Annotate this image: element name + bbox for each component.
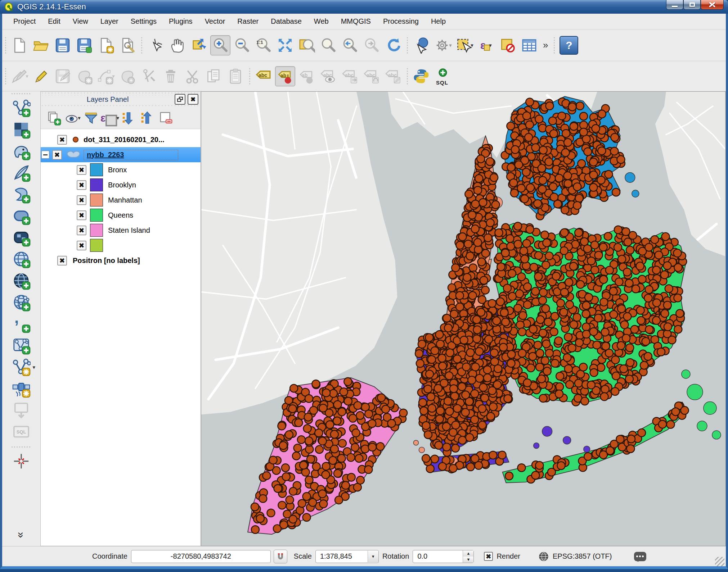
dropdown-caret-icon[interactable]: ▾ bbox=[112, 73, 115, 80]
toolbar-drag-handle[interactable] bbox=[11, 446, 32, 449]
cad-tools-button[interactable] bbox=[10, 450, 32, 472]
node-tool[interactable] bbox=[139, 66, 159, 86]
zoom-full-extent-tool[interactable] bbox=[275, 35, 295, 55]
legend-label[interactable]: Manhattan bbox=[108, 196, 142, 204]
layers-panel-header[interactable]: Layers Panel ✖ bbox=[41, 92, 201, 107]
toolbar-drag-handle[interactable] bbox=[11, 93, 32, 96]
legend-checkbox[interactable]: ✖ bbox=[77, 195, 86, 205]
add-mssql-layer-button[interactable] bbox=[10, 183, 32, 205]
panel-float-button[interactable] bbox=[175, 94, 185, 105]
messages-button[interactable] bbox=[634, 552, 646, 561]
save-layer-edits-button[interactable] bbox=[53, 66, 73, 86]
menu-database[interactable]: Database bbox=[265, 15, 308, 28]
zoom-to-selection-tool[interactable] bbox=[318, 35, 338, 55]
add-wms-layer-button[interactable] bbox=[10, 248, 32, 270]
collapse-expander[interactable] bbox=[41, 151, 49, 159]
menu-plugins[interactable]: Plugins bbox=[163, 15, 199, 28]
layer-checkbox[interactable]: ✖ bbox=[57, 135, 67, 145]
toolbar-overflow-button[interactable]: » bbox=[540, 40, 551, 51]
manage-visibility-button[interactable]: ▾ bbox=[63, 109, 82, 127]
run-feature-action-tool[interactable]: ▾ bbox=[433, 35, 453, 55]
minimize-button[interactable] bbox=[666, 0, 683, 10]
menu-edit[interactable]: Edit bbox=[42, 15, 66, 28]
dropdown-caret-icon[interactable]: ▾ bbox=[471, 42, 473, 49]
toolbar-drag-handle[interactable] bbox=[248, 67, 251, 86]
extents-toggle-button[interactable] bbox=[274, 550, 287, 563]
current-edits-button[interactable]: ▾ bbox=[9, 66, 30, 86]
layer-labeling-button[interactable]: abc bbox=[253, 66, 274, 86]
toolbar-drag-handle[interactable] bbox=[406, 67, 409, 86]
new-composer-button[interactable] bbox=[96, 35, 116, 55]
map-canvas[interactable] bbox=[201, 91, 726, 546]
add-group-button[interactable] bbox=[44, 109, 63, 127]
layer-row-positron[interactable]: ✖ Positron [no labels] bbox=[41, 253, 201, 268]
delete-selected-button[interactable] bbox=[161, 66, 181, 86]
legend-checkbox[interactable]: ✖ bbox=[77, 165, 86, 175]
refresh-map-button[interactable] bbox=[383, 35, 403, 55]
curve-digitize-tool[interactable]: ▾ bbox=[96, 66, 116, 86]
deselect-all-button[interactable] bbox=[498, 35, 518, 55]
cut-features-button[interactable] bbox=[182, 66, 202, 86]
toolbar-drag-handle[interactable] bbox=[406, 36, 409, 55]
open-project-button[interactable] bbox=[31, 35, 51, 55]
menu-vector[interactable]: Vector bbox=[199, 15, 232, 28]
dropdown-caret-icon[interactable]: ▾ bbox=[489, 42, 492, 49]
dropdown-caret-icon[interactable]: ▾ bbox=[78, 115, 81, 121]
identify-features-tool[interactable]: i bbox=[411, 35, 431, 55]
legend-row-staten-island[interactable]: ✖ Staten Island bbox=[41, 223, 201, 238]
open-attribute-table-button[interactable] bbox=[519, 35, 539, 55]
layer-row-dot311[interactable]: ✖ dot_311_20160201_20... bbox=[41, 132, 201, 147]
zoom-in-tool[interactable] bbox=[210, 35, 230, 55]
add-wfs-layer-button[interactable] bbox=[10, 291, 32, 313]
add-wcs-layer-button[interactable] bbox=[10, 270, 32, 291]
legend-row-other[interactable]: ✖ bbox=[41, 238, 201, 253]
legend-row-bronx[interactable]: ✖ Bronx bbox=[41, 162, 201, 177]
layer-label[interactable]: Positron [no labels] bbox=[73, 257, 140, 265]
legend-label[interactable]: Bronx bbox=[108, 166, 127, 174]
label-rotate-button[interactable]: abc bbox=[361, 66, 382, 86]
menu-processing[interactable]: Processing bbox=[377, 15, 425, 28]
legend-row-brooklyn[interactable]: ✖ Brooklyn bbox=[41, 177, 201, 192]
title-bar[interactable]: QGIS 2.14.1-Essen bbox=[0, 0, 728, 14]
menu-help[interactable]: Help bbox=[425, 15, 452, 28]
panel-close-button[interactable]: ✖ bbox=[188, 94, 198, 105]
dropdown-caret-icon[interactable]: ▾ bbox=[26, 73, 28, 80]
close-button[interactable] bbox=[701, 0, 724, 10]
layer-checkbox[interactable]: ✖ bbox=[52, 150, 62, 160]
legend-label[interactable]: Staten Island bbox=[108, 226, 150, 235]
filter-legend-button[interactable] bbox=[82, 109, 100, 127]
selected-layer-label-box[interactable]: nybb_2263 bbox=[84, 150, 178, 160]
layer-label[interactable]: nybb_2263 bbox=[87, 151, 124, 159]
toggle-editing-button[interactable] bbox=[31, 66, 51, 86]
resize-grip[interactable] bbox=[715, 557, 724, 566]
dropdown-caret-icon[interactable]: ▾ bbox=[32, 364, 35, 371]
zoom-to-layer-tool[interactable] bbox=[297, 35, 317, 55]
add-oracle-layer-button[interactable] bbox=[10, 205, 32, 227]
crs-status[interactable]: EPSG:3857 (OTF) bbox=[553, 552, 612, 560]
legend-checkbox[interactable]: ✖ bbox=[77, 180, 86, 190]
zoom-native-tool[interactable]: 1:1 bbox=[253, 35, 274, 55]
offline-editing-button[interactable] bbox=[10, 399, 32, 421]
help-button[interactable]: ? bbox=[560, 36, 578, 55]
composer-manager-button[interactable] bbox=[117, 35, 138, 55]
menu-view[interactable]: View bbox=[67, 15, 94, 28]
python-console-button[interactable] bbox=[411, 66, 431, 86]
select-by-expression-tool[interactable]: ε▾ bbox=[476, 35, 496, 55]
coordinate-input[interactable]: -8270580,4983742 bbox=[131, 550, 271, 563]
label-pin-button[interactable]: ab bbox=[275, 66, 295, 86]
move-feature-tool[interactable] bbox=[117, 66, 138, 86]
layer-row-nybb[interactable]: ✖ nybb_2263 bbox=[41, 147, 201, 162]
spin-down-icon[interactable]: ▼ bbox=[463, 557, 473, 563]
touch-zoom-tool[interactable] bbox=[145, 35, 166, 55]
menu-raster[interactable]: Raster bbox=[231, 15, 265, 28]
menu-web[interactable]: Web bbox=[308, 15, 335, 28]
copy-features-button[interactable] bbox=[204, 66, 224, 86]
db-manager-sql-button[interactable]: SQL bbox=[10, 421, 32, 442]
new-shapefile-layer-button[interactable] bbox=[10, 335, 32, 356]
legend-checkbox[interactable]: ✖ bbox=[77, 241, 86, 250]
legend-label[interactable]: Brooklyn bbox=[108, 181, 136, 189]
add-vector-layer-button[interactable] bbox=[10, 97, 32, 119]
add-feature-tool[interactable] bbox=[74, 66, 94, 86]
remove-layer-button[interactable] bbox=[157, 109, 175, 127]
new-scratch-layer-button[interactable]: ▾ bbox=[10, 356, 32, 378]
